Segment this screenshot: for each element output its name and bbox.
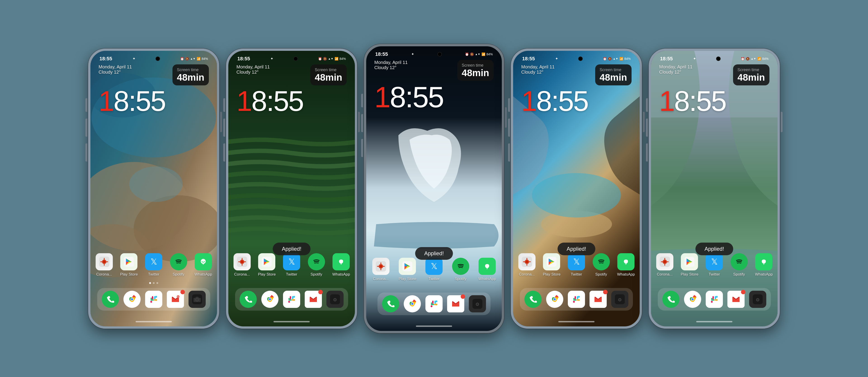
corona-icon-4[interactable] bbox=[518, 253, 536, 271]
whatsapp-icon-1[interactable] bbox=[194, 253, 212, 271]
app-row-4: Corona... bbox=[513, 253, 640, 277]
twitter-icon-4[interactable]: 𝕏 bbox=[567, 253, 585, 271]
dock-phone-2[interactable] bbox=[240, 291, 257, 308]
app-item-corona-2[interactable]: Corona... bbox=[233, 253, 251, 277]
whatsapp-icon-2[interactable] bbox=[332, 253, 350, 271]
playstore-icon-2[interactable] bbox=[258, 253, 276, 271]
app-item-twitter-2[interactable]: 𝕏 Twitter bbox=[282, 253, 301, 277]
spotify-icon-4[interactable] bbox=[592, 253, 610, 271]
dock-gmail-3[interactable] bbox=[447, 295, 464, 312]
dock-phone-3[interactable] bbox=[382, 295, 399, 312]
app-item-playstore-2[interactable]: Play Store bbox=[258, 253, 276, 277]
svg-rect-28 bbox=[154, 296, 156, 299]
app-row-3: Corona... bbox=[366, 257, 502, 281]
dock-slack-2[interactable] bbox=[283, 291, 300, 308]
whatsapp-icon-5[interactable] bbox=[755, 253, 773, 271]
twitter-icon-2[interactable]: 𝕏 bbox=[283, 253, 301, 271]
corona-icon-3[interactable] bbox=[372, 257, 390, 275]
playstore-icon-5[interactable] bbox=[680, 253, 699, 271]
vol-down-button-5 bbox=[646, 143, 648, 162]
app-item-spotify-3[interactable]: Spotify bbox=[451, 257, 471, 281]
spotify-icon-1[interactable] bbox=[169, 253, 188, 271]
dock-camera-4[interactable] bbox=[611, 291, 628, 308]
clock-display-5: 18:55 bbox=[659, 87, 726, 115]
dock-chrome-3[interactable] bbox=[404, 295, 421, 312]
whatsapp-icon-3[interactable] bbox=[478, 257, 496, 275]
twitter-icon-5[interactable]: 𝕏 bbox=[705, 253, 723, 271]
dock-phone-4[interactable] bbox=[524, 291, 541, 308]
app-item-spotify-4[interactable]: Spotify bbox=[592, 253, 611, 277]
app-item-playstore-4[interactable]: Play Store bbox=[542, 253, 561, 277]
phone-screen-5: 18:55 ✦ ⏰ 🔕 ▲▼ 📶 84% Screen time 48min bbox=[651, 51, 778, 327]
spotify-icon-2[interactable] bbox=[307, 253, 326, 271]
app-item-whatsapp-5[interactable]: WhatsApp bbox=[754, 253, 773, 277]
app-item-corona-4[interactable]: Corona... bbox=[518, 253, 536, 277]
app-item-whatsapp-2[interactable]: WhatsApp bbox=[332, 253, 350, 277]
dock-slack-4[interactable] bbox=[568, 291, 585, 308]
app-item-twitter-3[interactable]: 𝕏 Twitter bbox=[424, 257, 444, 281]
dock-gmail-5[interactable] bbox=[727, 291, 745, 308]
app-item-playstore-3[interactable]: Play Store bbox=[397, 257, 418, 281]
alarm-icon-5: ⏰ bbox=[741, 57, 745, 61]
dock-slack-5[interactable] bbox=[706, 291, 723, 308]
spotify-icon-5[interactable] bbox=[730, 253, 748, 271]
dock-gmail-4[interactable] bbox=[590, 291, 607, 308]
bluetooth-icon-5: 🔕 bbox=[746, 57, 749, 61]
dock-chrome-4[interactable] bbox=[546, 291, 563, 308]
twitter-icon-1[interactable]: 𝕏 bbox=[145, 253, 163, 271]
dock-slack-1[interactable] bbox=[145, 291, 162, 308]
dock-chrome-5[interactable] bbox=[684, 291, 701, 308]
app-item-twitter-5[interactable]: 𝕏 Twitter bbox=[705, 253, 723, 277]
svg-point-95 bbox=[411, 303, 413, 305]
corona-icon-2[interactable] bbox=[233, 253, 251, 271]
app-item-corona-3[interactable]: Corona... bbox=[371, 257, 391, 281]
dock-gmail-2[interactable] bbox=[305, 291, 322, 308]
svg-point-138 bbox=[573, 298, 575, 299]
app-item-whatsapp-4[interactable]: WhatsApp bbox=[617, 253, 635, 277]
weather-condition-1: Cloudy 12° bbox=[98, 70, 132, 75]
spotify-icon-3[interactable] bbox=[452, 257, 470, 275]
app-item-corona-5[interactable]: Corona... bbox=[655, 253, 674, 277]
dock-chrome-1[interactable] bbox=[123, 291, 141, 308]
dock-gmail-1[interactable] bbox=[167, 291, 184, 308]
twitter-icon-inner-3: 𝕏 bbox=[426, 258, 442, 275]
phone-screen-1: 18:55 ✦ ⏰ 🔕 ▲▼ 📶 84% Screen time 48min bbox=[90, 51, 217, 327]
app-row-1: Corona... bbox=[90, 253, 217, 277]
app-item-playstore-1[interactable]: Play Store bbox=[120, 253, 138, 277]
whatsapp-label-1: WhatsApp bbox=[194, 272, 212, 277]
app-item-spotify-5[interactable]: Spotify bbox=[730, 253, 748, 277]
playstore-icon-1[interactable] bbox=[120, 253, 138, 271]
dock-phone-1[interactable] bbox=[102, 291, 119, 308]
status-icons-5: ⏰ 🔕 ▲▼ 📶 84% bbox=[741, 57, 769, 61]
spotify-label-3: Spotify bbox=[455, 277, 467, 281]
camera-cutout-1 bbox=[156, 57, 160, 61]
weather-date-4: Monday, April 11 bbox=[521, 64, 555, 70]
dock-chrome-2[interactable] bbox=[261, 291, 278, 308]
app-item-spotify-2[interactable]: Spotify bbox=[307, 253, 326, 277]
app-row-2: Corona... bbox=[228, 253, 355, 277]
twitter-icon-3[interactable]: 𝕏 bbox=[425, 257, 443, 275]
app-item-whatsapp-3[interactable]: WhatsApp bbox=[477, 257, 497, 281]
dock-camera-3[interactable] bbox=[469, 295, 486, 312]
app-item-playstore-5[interactable]: Play Store bbox=[680, 253, 699, 277]
phone-3: 18:55 ✦ ⏰ 🔕 ▲▼ 📶 84% Screen time 48min bbox=[364, 44, 504, 333]
app-item-twitter-1[interactable]: 𝕏 Twitter bbox=[145, 253, 163, 277]
dock-camera-5[interactable] bbox=[749, 291, 766, 308]
playstore-icon-3[interactable] bbox=[398, 257, 416, 275]
playstore-icon-4[interactable] bbox=[542, 253, 561, 271]
dock-phone-5[interactable] bbox=[662, 291, 680, 308]
corona-icon-5[interactable] bbox=[656, 253, 674, 271]
whatsapp-icon-4[interactable] bbox=[617, 253, 635, 271]
svg-rect-130 bbox=[571, 294, 581, 304]
dock-camera-1[interactable] bbox=[188, 291, 206, 308]
screen-time-label-1: Screen time bbox=[177, 68, 204, 72]
dock-slack-3[interactable] bbox=[426, 295, 442, 312]
app-item-whatsapp-1[interactable]: WhatsApp bbox=[194, 253, 213, 277]
mute-button-3 bbox=[361, 94, 363, 107]
app-item-corona-1[interactable]: Corona... bbox=[95, 253, 114, 277]
dock-camera-2[interactable] bbox=[327, 291, 344, 308]
app-item-spotify-1[interactable]: Spotify bbox=[169, 253, 188, 277]
dock-inner-4 bbox=[520, 288, 633, 311]
app-item-twitter-4[interactable]: 𝕏 Twitter bbox=[567, 253, 586, 277]
corona-icon-1[interactable] bbox=[95, 253, 113, 271]
